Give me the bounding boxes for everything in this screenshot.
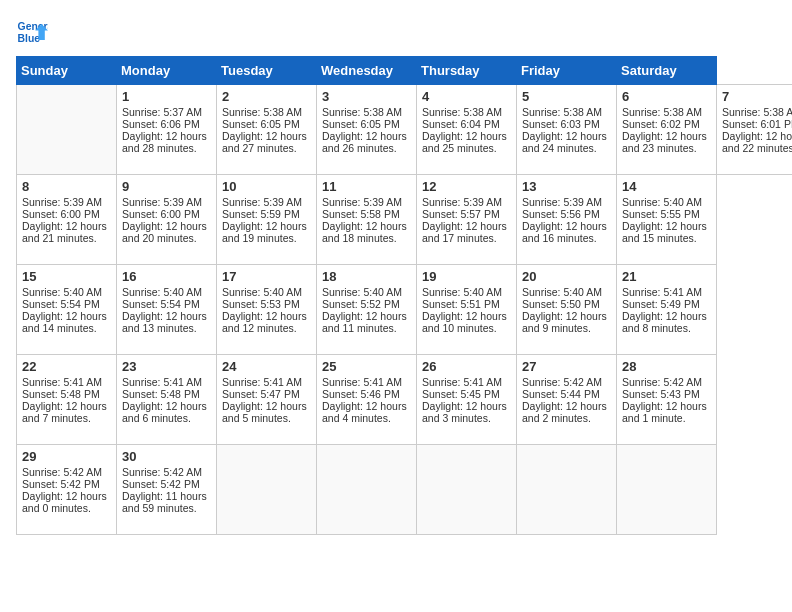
- col-header-sunday: Sunday: [17, 57, 117, 85]
- day-number: 18: [322, 269, 411, 284]
- sunset: Sunset: 6:04 PM: [422, 118, 500, 130]
- sunset: Sunset: 5:56 PM: [522, 208, 600, 220]
- day-number: 1: [122, 89, 211, 104]
- daylight-label: Daylight: 12 hours and 8 minutes.: [622, 310, 707, 334]
- empty-cell: [517, 445, 617, 535]
- sunrise: Sunrise: 5:40 AM: [22, 286, 102, 298]
- day-cell-14: 14Sunrise: 5:40 AMSunset: 5:55 PMDayligh…: [617, 175, 717, 265]
- daylight-label: Daylight: 12 hours and 13 minutes.: [122, 310, 207, 334]
- sunset: Sunset: 5:50 PM: [522, 298, 600, 310]
- col-header-saturday: Saturday: [617, 57, 717, 85]
- calendar-week-3: 15Sunrise: 5:40 AMSunset: 5:54 PMDayligh…: [17, 265, 793, 355]
- empty-cell: [317, 445, 417, 535]
- sunrise: Sunrise: 5:39 AM: [22, 196, 102, 208]
- day-cell-3: 3Sunrise: 5:38 AMSunset: 6:05 PMDaylight…: [317, 85, 417, 175]
- day-number: 30: [122, 449, 211, 464]
- daylight-label: Daylight: 12 hours and 21 minutes.: [22, 220, 107, 244]
- daylight-label: Daylight: 12 hours and 0 minutes.: [22, 490, 107, 514]
- sunrise: Sunrise: 5:41 AM: [322, 376, 402, 388]
- sunset: Sunset: 5:54 PM: [22, 298, 100, 310]
- daylight-label: Daylight: 12 hours and 23 minutes.: [622, 130, 707, 154]
- day-cell-22: 22Sunrise: 5:41 AMSunset: 5:48 PMDayligh…: [17, 355, 117, 445]
- day-cell-28: 28Sunrise: 5:42 AMSunset: 5:43 PMDayligh…: [617, 355, 717, 445]
- sunrise: Sunrise: 5:39 AM: [222, 196, 302, 208]
- sunset: Sunset: 5:47 PM: [222, 388, 300, 400]
- logo: General Blue: [16, 16, 48, 48]
- sunrise: Sunrise: 5:41 AM: [22, 376, 102, 388]
- day-number: 8: [22, 179, 111, 194]
- sunrise: Sunrise: 5:38 AM: [522, 106, 602, 118]
- day-number: 21: [622, 269, 711, 284]
- sunset: Sunset: 5:42 PM: [122, 478, 200, 490]
- sunset: Sunset: 6:05 PM: [222, 118, 300, 130]
- sunrise: Sunrise: 5:38 AM: [622, 106, 702, 118]
- day-number: 4: [422, 89, 511, 104]
- day-cell-20: 20Sunrise: 5:40 AMSunset: 5:50 PMDayligh…: [517, 265, 617, 355]
- sunset: Sunset: 5:53 PM: [222, 298, 300, 310]
- empty-cell: [217, 445, 317, 535]
- header-row: SundayMondayTuesdayWednesdayThursdayFrid…: [17, 57, 793, 85]
- sunrise: Sunrise: 5:38 AM: [422, 106, 502, 118]
- day-cell-19: 19Sunrise: 5:40 AMSunset: 5:51 PMDayligh…: [417, 265, 517, 355]
- day-number: 27: [522, 359, 611, 374]
- day-cell-24: 24Sunrise: 5:41 AMSunset: 5:47 PMDayligh…: [217, 355, 317, 445]
- day-number: 6: [622, 89, 711, 104]
- daylight-label: Daylight: 12 hours and 19 minutes.: [222, 220, 307, 244]
- sunrise: Sunrise: 5:40 AM: [222, 286, 302, 298]
- daylight-label: Daylight: 12 hours and 11 minutes.: [322, 310, 407, 334]
- sunset: Sunset: 5:43 PM: [622, 388, 700, 400]
- daylight-label: Daylight: 12 hours and 2 minutes.: [522, 400, 607, 424]
- sunset: Sunset: 6:00 PM: [122, 208, 200, 220]
- day-cell-21: 21Sunrise: 5:41 AMSunset: 5:49 PMDayligh…: [617, 265, 717, 355]
- day-number: 24: [222, 359, 311, 374]
- day-cell-10: 10Sunrise: 5:39 AMSunset: 5:59 PMDayligh…: [217, 175, 317, 265]
- sunrise: Sunrise: 5:41 AM: [422, 376, 502, 388]
- sunset: Sunset: 6:01 PM: [722, 118, 792, 130]
- empty-cell: [617, 445, 717, 535]
- day-number: 25: [322, 359, 411, 374]
- day-cell-12: 12Sunrise: 5:39 AMSunset: 5:57 PMDayligh…: [417, 175, 517, 265]
- daylight-label: Daylight: 12 hours and 7 minutes.: [22, 400, 107, 424]
- col-header-friday: Friday: [517, 57, 617, 85]
- daylight-label: Daylight: 12 hours and 27 minutes.: [222, 130, 307, 154]
- day-number: 23: [122, 359, 211, 374]
- daylight-label: Daylight: 12 hours and 3 minutes.: [422, 400, 507, 424]
- sunrise: Sunrise: 5:38 AM: [722, 106, 792, 118]
- sunrise: Sunrise: 5:42 AM: [522, 376, 602, 388]
- daylight-label: Daylight: 12 hours and 6 minutes.: [122, 400, 207, 424]
- calendar-week-5: 29Sunrise: 5:42 AMSunset: 5:42 PMDayligh…: [17, 445, 793, 535]
- sunset: Sunset: 5:49 PM: [622, 298, 700, 310]
- sunrise: Sunrise: 5:40 AM: [422, 286, 502, 298]
- calendar-table: SundayMondayTuesdayWednesdayThursdayFrid…: [16, 56, 792, 535]
- sunset: Sunset: 5:58 PM: [322, 208, 400, 220]
- calendar-week-1: 1Sunrise: 5:37 AMSunset: 6:06 PMDaylight…: [17, 85, 793, 175]
- daylight-label: Daylight: 12 hours and 15 minutes.: [622, 220, 707, 244]
- daylight-label: Daylight: 12 hours and 4 minutes.: [322, 400, 407, 424]
- daylight-label: Daylight: 12 hours and 18 minutes.: [322, 220, 407, 244]
- daylight-label: Daylight: 12 hours and 24 minutes.: [522, 130, 607, 154]
- day-cell-8: 8Sunrise: 5:39 AMSunset: 6:00 PMDaylight…: [17, 175, 117, 265]
- day-number: 5: [522, 89, 611, 104]
- day-cell-15: 15Sunrise: 5:40 AMSunset: 5:54 PMDayligh…: [17, 265, 117, 355]
- daylight-label: Daylight: 12 hours and 12 minutes.: [222, 310, 307, 334]
- day-cell-29: 29Sunrise: 5:42 AMSunset: 5:42 PMDayligh…: [17, 445, 117, 535]
- day-number: 11: [322, 179, 411, 194]
- day-number: 13: [522, 179, 611, 194]
- sunrise: Sunrise: 5:41 AM: [122, 376, 202, 388]
- sunset: Sunset: 5:55 PM: [622, 208, 700, 220]
- sunrise: Sunrise: 5:41 AM: [622, 286, 702, 298]
- sunrise: Sunrise: 5:38 AM: [322, 106, 402, 118]
- sunrise: Sunrise: 5:39 AM: [522, 196, 602, 208]
- sunrise: Sunrise: 5:40 AM: [622, 196, 702, 208]
- day-cell-27: 27Sunrise: 5:42 AMSunset: 5:44 PMDayligh…: [517, 355, 617, 445]
- day-cell-7: 7Sunrise: 5:38 AMSunset: 6:01 PMDaylight…: [717, 85, 793, 175]
- daylight-label: Daylight: 12 hours and 28 minutes.: [122, 130, 207, 154]
- sunset: Sunset: 5:48 PM: [22, 388, 100, 400]
- day-cell-4: 4Sunrise: 5:38 AMSunset: 6:04 PMDaylight…: [417, 85, 517, 175]
- sunrise: Sunrise: 5:38 AM: [222, 106, 302, 118]
- daylight-label: Daylight: 12 hours and 25 minutes.: [422, 130, 507, 154]
- day-number: 2: [222, 89, 311, 104]
- sunset: Sunset: 5:52 PM: [322, 298, 400, 310]
- sunrise: Sunrise: 5:39 AM: [322, 196, 402, 208]
- day-number: 15: [22, 269, 111, 284]
